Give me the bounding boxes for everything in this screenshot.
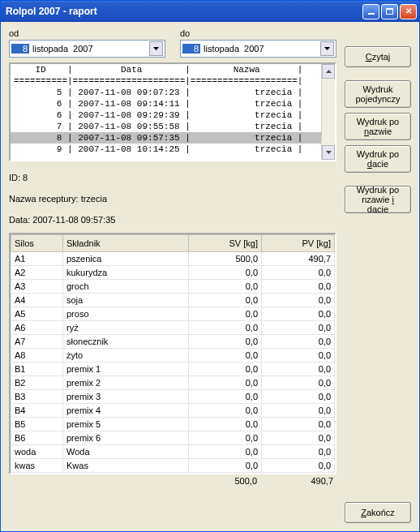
table-row[interactable]: B6premix 60,00,0 bbox=[11, 431, 335, 445]
detail-name: Nazwa receptury: trzecia bbox=[9, 194, 336, 204]
table-row[interactable]: A8żyto0,00,0 bbox=[11, 349, 335, 363]
close-app-button[interactable]: Zakończ bbox=[345, 502, 411, 523]
list-row[interactable]: 6 | 2007-11-08 09:14:11 | trzecia | bbox=[11, 98, 322, 109]
table-row[interactable]: B4premix 40,00,0 bbox=[11, 404, 335, 418]
table-row[interactable]: kwasKwas0,00,0 bbox=[11, 459, 335, 473]
total-pv: 490,7 bbox=[260, 476, 336, 486]
grid-header[interactable]: Składnik bbox=[63, 235, 189, 252]
scroll-up-icon[interactable] bbox=[322, 64, 335, 79]
svg-marker-1 bbox=[324, 47, 330, 50]
date-from-year[interactable]: 2007 bbox=[73, 44, 92, 54]
ingredients-grid[interactable]: SilosSkładnikSV [kg]PV [kg] A1pszenica50… bbox=[9, 233, 336, 474]
print-by-name-button[interactable]: Wydruk po nazwie bbox=[345, 113, 411, 140]
svg-marker-2 bbox=[326, 70, 332, 73]
table-row[interactable]: A2kukurydza0,00,0 bbox=[11, 266, 335, 280]
report-list[interactable]: ID | Data | Nazwa |==========|==========… bbox=[9, 62, 336, 161]
table-row[interactable]: A4soja0,00,0 bbox=[11, 294, 335, 307]
scroll-down-icon[interactable] bbox=[322, 145, 335, 160]
svg-marker-3 bbox=[326, 151, 332, 154]
scrollbar[interactable] bbox=[321, 64, 335, 160]
date-from-picker[interactable]: 8 listopada 2007 bbox=[9, 40, 165, 58]
app-window: Rolpol 2007 - raport od 8 listopada 2007 bbox=[0, 0, 420, 532]
table-row[interactable]: A6ryż0,00,0 bbox=[11, 321, 335, 335]
table-row[interactable]: B3premix 30,00,0 bbox=[11, 390, 335, 404]
grid-header[interactable]: PV [kg] bbox=[262, 235, 335, 252]
grid-totals: 500,0 490,7 bbox=[9, 476, 336, 486]
list-row[interactable]: 6 | 2007-11-08 09:29:39 | trzecia | bbox=[11, 109, 322, 121]
detail-id: ID: 8 bbox=[9, 173, 336, 182]
table-row[interactable]: wodaWoda0,00,0 bbox=[11, 445, 335, 459]
list-row[interactable]: 8 | 2007-11-08 09:57:35 | trzecia | bbox=[11, 132, 322, 144]
detail-date: Data: 2007-11-08 09:57:35 bbox=[9, 215, 336, 225]
svg-marker-0 bbox=[153, 47, 159, 50]
date-to-day[interactable]: 8 bbox=[182, 44, 200, 54]
minimize-button[interactable] bbox=[362, 4, 379, 19]
list-row[interactable]: 9 | 2007-11-08 10:14:25 | trzecia | bbox=[11, 144, 322, 155]
table-row[interactable]: A5proso0,00,0 bbox=[11, 307, 335, 321]
grid-header[interactable]: Silos bbox=[11, 235, 63, 252]
table-row[interactable]: B1premix 10,00,0 bbox=[11, 363, 335, 376]
maximize-button[interactable] bbox=[381, 4, 398, 19]
list-row[interactable]: 5 | 2007-11-08 09:07:23 | trzecia | bbox=[11, 87, 322, 98]
date-to-month[interactable]: listopada bbox=[200, 44, 244, 54]
table-row[interactable]: B2premix 20,00,0 bbox=[11, 376, 335, 390]
close-button[interactable] bbox=[400, 4, 417, 19]
titlebar: Rolpol 2007 - raport bbox=[1, 1, 419, 22]
to-label: do bbox=[180, 28, 336, 38]
date-from-day[interactable]: 8 bbox=[11, 44, 29, 54]
date-to-picker[interactable]: 8 listopada 2007 bbox=[180, 40, 336, 58]
table-row[interactable]: A7słonecznik0,00,0 bbox=[11, 335, 335, 349]
table-row[interactable]: A1pszenica500,0490,7 bbox=[11, 252, 335, 266]
date-from-month[interactable]: listopada bbox=[29, 44, 73, 54]
total-sv: 500,0 bbox=[184, 476, 260, 486]
print-single-button[interactable]: Wydruk pojedynczy bbox=[345, 80, 411, 108]
date-to-year[interactable]: 2007 bbox=[244, 44, 264, 54]
list-row[interactable]: ID | Data | Nazwa | bbox=[11, 64, 322, 75]
from-label: od bbox=[9, 28, 165, 38]
dropdown-icon[interactable] bbox=[149, 41, 163, 56]
grid-header[interactable]: SV [kg] bbox=[189, 235, 262, 252]
window-title: Rolpol 2007 - raport bbox=[6, 6, 362, 17]
dropdown-icon[interactable] bbox=[320, 41, 334, 56]
list-row[interactable]: 7 | 2007-11-08 09:55:58 | trzecia | bbox=[11, 121, 322, 132]
table-row[interactable]: A3groch0,00,0 bbox=[11, 280, 335, 294]
table-row[interactable]: B5premix 50,00,0 bbox=[11, 418, 335, 431]
list-row[interactable]: ==========|=====================|=======… bbox=[11, 75, 322, 87]
read-button[interactable]: Czytaj bbox=[345, 46, 411, 67]
print-by-name-date-button[interactable]: Wydruk po nzawie i dacie bbox=[345, 186, 411, 213]
print-by-date-button[interactable]: Wydruk po dacie bbox=[345, 145, 411, 173]
